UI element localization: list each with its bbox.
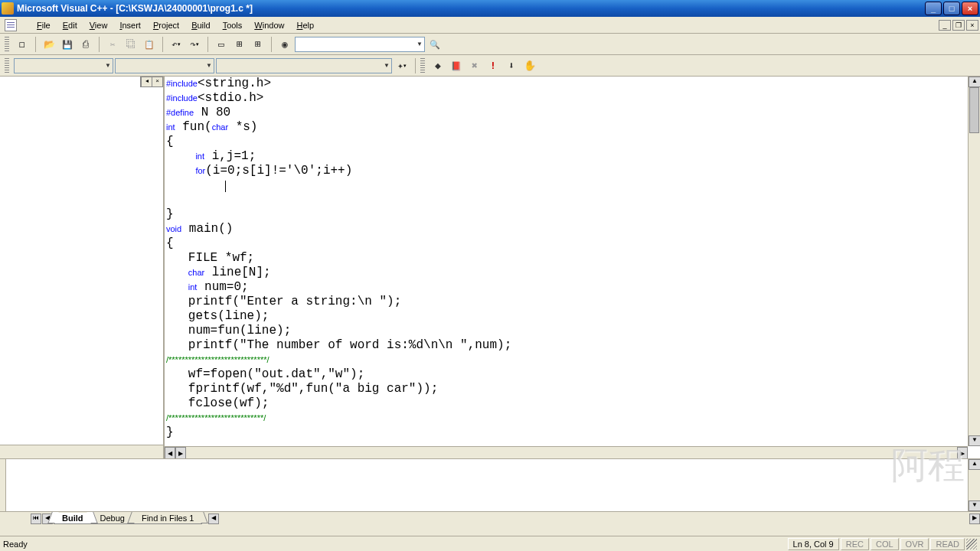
open-button[interactable] — [41, 36, 57, 53]
child-close-button[interactable]: × — [966, 20, 978, 31]
editor-vscrollbar[interactable]: ▲ ▼ — [968, 77, 980, 446]
ws-tab-left[interactable]: ◂ — [141, 77, 152, 86]
saveall-icon — [83, 38, 89, 50]
debug-icon: ⬇ — [508, 60, 514, 71]
output-hscroll-right[interactable]: ▶ — [969, 514, 980, 524]
menu-insert[interactable]: Insert — [113, 18, 147, 32]
scroll-left-button[interactable]: ◀ — [165, 447, 175, 458]
find-combo[interactable]: ▼ — [295, 37, 425, 52]
output-hscroll-left[interactable]: ◀ — [208, 514, 219, 524]
ws-tab-right[interactable]: × — [152, 77, 162, 86]
minimize-button[interactable]: _ — [925, 2, 942, 15]
workspace-bottom — [0, 445, 163, 458]
wand-icon: ✦ — [397, 60, 403, 71]
scroll-right2-button[interactable]: ▶ — [957, 447, 968, 458]
stopbuild-button[interactable]: ✖ — [466, 57, 483, 74]
menu-tools[interactable]: Tools — [217, 18, 249, 32]
redo-icon — [190, 38, 196, 50]
scroll-down-button[interactable]: ▼ — [969, 435, 980, 446]
close-button[interactable]: × — [962, 2, 978, 15]
status-rec: REC — [841, 538, 869, 550]
scroll-right-button[interactable]: ▶ — [175, 447, 186, 458]
maximize-button[interactable]: □ — [943, 2, 960, 15]
findinfiles-button[interactable] — [276, 36, 293, 53]
app-icon — [2, 2, 14, 15]
menu-project[interactable]: Project — [147, 18, 185, 32]
tab-findinfiles[interactable]: Find in Files 1 — [133, 513, 202, 524]
tile-icon — [237, 38, 243, 50]
tile2-icon — [255, 38, 261, 50]
open-icon — [44, 38, 55, 50]
toolbar-grip-3[interactable] — [420, 58, 425, 73]
member-combo[interactable]: ▼ — [216, 58, 392, 73]
editor-hscrollbar[interactable]: ◀ ▶ ▶ — [165, 446, 968, 458]
windowlist-button[interactable] — [250, 36, 266, 53]
output-pane: ▲ ▼ — [0, 459, 980, 511]
paste-button[interactable] — [141, 36, 158, 53]
toolbar-grip[interactable] — [5, 37, 9, 52]
wizard-toolbar: ▼ ▼ ▼ ✦▾ ◆ ✖ ⬇ ✋ — [0, 55, 980, 77]
output-body[interactable]: ▲ ▼ — [6, 459, 980, 511]
undo-icon — [172, 38, 178, 50]
output-grip[interactable] — [0, 459, 6, 511]
status-ready: Ready — [3, 540, 28, 549]
tab-build[interactable]: Build — [54, 513, 92, 524]
find-button[interactable] — [426, 36, 443, 53]
resize-grip[interactable] — [966, 539, 977, 549]
output-button[interactable] — [231, 36, 248, 53]
new-icon — [19, 38, 25, 50]
title-bar: Microsoft Visual C++ - [C:\KSWJA\2400000… — [0, 0, 980, 17]
status-ovr: OVR — [900, 538, 929, 550]
find-icon — [430, 38, 440, 50]
output-scroll-up[interactable]: ▲ — [969, 459, 980, 470]
execute-button[interactable] — [485, 57, 501, 74]
paste-icon — [144, 38, 155, 50]
toolbar-grip-2[interactable] — [5, 58, 9, 73]
output-vscrollbar[interactable]: ▲ ▼ — [968, 459, 980, 511]
status-position: Ln 8, Col 9 — [788, 538, 839, 550]
class-combo[interactable]: ▼ — [14, 58, 113, 73]
compile-button[interactable]: ◆ — [430, 57, 446, 74]
go-debug-button[interactable]: ⬇ — [503, 57, 520, 74]
output-nav-first[interactable]: ⏮ — [31, 514, 41, 524]
output-scroll-down[interactable]: ▼ — [969, 500, 980, 511]
copy-button[interactable] — [122, 36, 139, 53]
cut-button[interactable] — [104, 36, 121, 53]
wiz-action-button[interactable]: ✦▾ — [394, 57, 410, 74]
cut-icon — [110, 38, 116, 50]
standard-toolbar: ▾ ▾ ▼ — [0, 34, 980, 55]
go-icon — [282, 38, 288, 50]
menu-window[interactable]: Window — [248, 18, 290, 32]
output-tabs: ⏮ ◀ Build Debug Find in Files 1 ◀ ▶ — [0, 511, 980, 525]
build-button[interactable] — [448, 57, 465, 74]
child-minimize-button[interactable]: _ — [939, 20, 951, 31]
stop-icon: ✖ — [472, 60, 478, 71]
menu-view[interactable]: View — [83, 18, 114, 32]
workspace-button[interactable] — [213, 36, 230, 53]
save-button[interactable] — [59, 36, 76, 53]
window-title: Microsoft Visual C++ - [C:\KSWJA\2400000… — [17, 3, 925, 14]
scroll-thumb[interactable] — [969, 87, 979, 133]
scroll-up-button[interactable]: ▲ — [969, 77, 980, 87]
menu-edit[interactable]: Edit — [57, 18, 83, 32]
menu-file[interactable]: File — [31, 18, 57, 32]
saveall-button[interactable] — [77, 36, 94, 53]
window-icon — [218, 38, 224, 50]
code-editor[interactable]: #include<string.h> #include<stdio.h> #de… — [165, 77, 980, 458]
menu-build[interactable]: Build — [185, 18, 216, 32]
redo-button[interactable]: ▾ — [186, 36, 203, 53]
child-restore-button[interactable]: ❐ — [952, 20, 965, 31]
breakpoint-button[interactable]: ✋ — [521, 57, 538, 74]
menu-bar: File Edit View Insert Project Build Tool… — [0, 17, 980, 34]
filter-combo[interactable]: ▼ — [115, 58, 214, 73]
document-icon[interactable] — [5, 19, 17, 31]
undo-button[interactable]: ▾ — [168, 36, 185, 53]
workspace-pane[interactable]: ◂ × — [0, 77, 165, 458]
status-bar: Ready Ln 8, Col 9 REC COL OVR READ — [0, 536, 980, 551]
save-icon — [62, 38, 73, 50]
status-col: COL — [871, 538, 899, 550]
compile-icon: ◆ — [435, 60, 441, 71]
menu-help[interactable]: Help — [290, 18, 320, 32]
new-button[interactable] — [14, 36, 31, 53]
copy-icon — [126, 38, 136, 50]
